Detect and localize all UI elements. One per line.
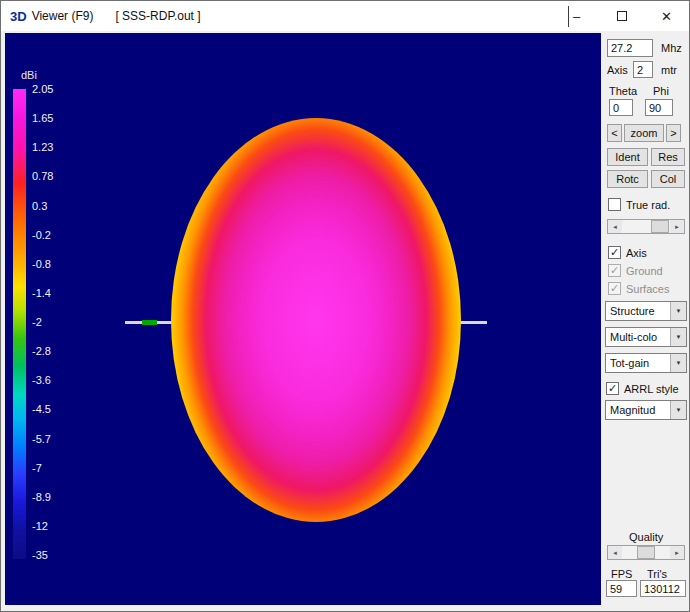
axis-checkbox[interactable]: ✓ Axis [608, 246, 647, 259]
slider-thumb[interactable] [637, 546, 655, 559]
res-button[interactable]: Res [651, 148, 685, 166]
ground-checkbox: ✓ Ground [608, 264, 663, 277]
colorbar-label: -0.2 [32, 230, 53, 241]
colorbar-unit-label: dBi [21, 69, 37, 81]
colorbar-label: -8.9 [32, 492, 53, 503]
zoom-button[interactable]: zoom [624, 124, 664, 142]
window-controls: – ✕ [554, 1, 689, 31]
ident-button[interactable]: Ident [607, 148, 648, 166]
scroll-right-icon[interactable]: ► [670, 220, 684, 233]
theta-input[interactable] [609, 99, 633, 116]
colorbar-gradient [13, 89, 26, 559]
chevron-down-icon: ▼ [670, 354, 686, 372]
phi-input[interactable] [645, 99, 673, 116]
zoom-out-button[interactable]: < [607, 124, 622, 142]
close-button[interactable]: ✕ [644, 1, 689, 31]
frequency-unit-label: Mhz [661, 42, 682, 54]
colorbar-label: -5.7 [32, 434, 53, 445]
window-title: Viewer (F9) [32, 9, 94, 23]
colorbar-label: -2 [32, 317, 53, 328]
chevron-down-icon: ▼ [670, 302, 686, 320]
scroll-right-icon[interactable]: ► [670, 546, 684, 559]
gain-type-dropdown[interactable]: Tot-gain ▼ [605, 353, 687, 373]
title-bar: 3D Viewer (F9) [ SSS-RDP.out ] – ✕ [1, 1, 689, 31]
app-icon: 3D [10, 9, 27, 24]
checkbox-label: ARRL style [624, 383, 679, 395]
quality-label: Quality [629, 531, 663, 543]
colorbar-label: -0.8 [32, 259, 53, 270]
checkbox-box: ✓ [608, 264, 621, 277]
theta-label: Theta [609, 85, 637, 97]
checkbox-label: True rad. [626, 199, 670, 211]
dropdown-value: Tot-gain [606, 354, 670, 372]
colorbar-label: -2.8 [32, 346, 53, 357]
scroll-left-icon[interactable]: ◄ [608, 546, 622, 559]
checkbox-box: ✓ [608, 282, 621, 295]
tris-value: 130112 [640, 580, 686, 597]
chevron-down-icon: ▼ [670, 401, 686, 419]
quality-slider[interactable]: ◄ ► [607, 545, 685, 560]
colorbar-label: 1.65 [32, 113, 53, 124]
checkbox-label: Ground [626, 265, 663, 277]
radiation-pattern-lobe [171, 118, 461, 522]
colorbar-label: 0.78 [32, 171, 53, 182]
colorbar-label: -7 [32, 463, 53, 474]
3d-viewport[interactable]: dBi 2.05 1.65 1.23 0.78 0.3 -0.2 -0.8 -1… [5, 33, 601, 605]
checkbox-box [608, 198, 621, 211]
structure-dropdown[interactable]: Structure ▼ [605, 301, 687, 321]
control-panel: Mhz Axis mtr Theta Phi < zoom > Ident Re… [601, 31, 690, 612]
checkbox-label: Surfaces [626, 283, 669, 295]
chevron-down-icon: ▼ [670, 328, 686, 346]
frequency-input[interactable] [607, 39, 653, 57]
checkbox-box: ✓ [608, 246, 621, 259]
axis-unit-label: mtr [661, 64, 677, 76]
maximize-icon [617, 11, 627, 21]
colorbar-label: -35 [32, 550, 53, 561]
axis-length-label: Axis [607, 64, 628, 76]
feedpoint-marker [142, 320, 157, 325]
col-button[interactable]: Col [651, 170, 685, 188]
phi-label: Phi [653, 85, 669, 97]
dropdown-value: Multi-colo [606, 328, 670, 346]
true-rad-scrollbar[interactable]: ◄ ► [607, 219, 685, 234]
fps-label: FPS [611, 568, 632, 580]
tris-label: Tri's [647, 568, 667, 580]
colorbar-label: -3.6 [32, 375, 53, 386]
fps-value: 59 [606, 580, 637, 597]
colorbar-labels: 2.05 1.65 1.23 0.78 0.3 -0.2 -0.8 -1.4 -… [32, 84, 53, 561]
color-mode-dropdown[interactable]: Multi-colo ▼ [605, 327, 687, 347]
colorbar-label: 1.23 [32, 142, 53, 153]
maximize-button[interactable] [599, 1, 644, 31]
rotc-button[interactable]: Rotc [607, 170, 648, 188]
colorbar-label: -4.5 [32, 404, 53, 415]
scrollbar-thumb[interactable] [651, 220, 669, 233]
checkbox-label: Axis [626, 247, 647, 259]
app-window: 3D Viewer (F9) [ SSS-RDP.out ] – ✕ dBi 2… [0, 0, 690, 612]
scrollbar-track[interactable] [622, 220, 670, 233]
true-rad-checkbox[interactable]: True rad. [608, 198, 670, 211]
colorbar-label: -1.4 [32, 288, 53, 299]
minimize-button[interactable]: – [554, 1, 599, 31]
window-title-file: [ SSS-RDP.out ] [115, 9, 200, 23]
scroll-left-icon[interactable]: ◄ [608, 220, 622, 233]
slider-track[interactable] [622, 546, 670, 559]
colorbar-label: 0.3 [32, 201, 53, 212]
magnitude-dropdown[interactable]: Magnitud ▼ [605, 400, 687, 420]
dropdown-value: Structure [606, 302, 670, 320]
dropdown-value: Magnitud [606, 401, 670, 419]
colorbar-label: -12 [32, 521, 53, 532]
arrl-style-checkbox[interactable]: ✓ ARRL style [606, 382, 679, 395]
surfaces-checkbox: ✓ Surfaces [608, 282, 669, 295]
colorbar-label: 2.05 [32, 84, 53, 95]
checkbox-box: ✓ [606, 382, 619, 395]
axis-length-input[interactable] [633, 61, 653, 78]
zoom-in-button[interactable]: > [666, 124, 681, 142]
